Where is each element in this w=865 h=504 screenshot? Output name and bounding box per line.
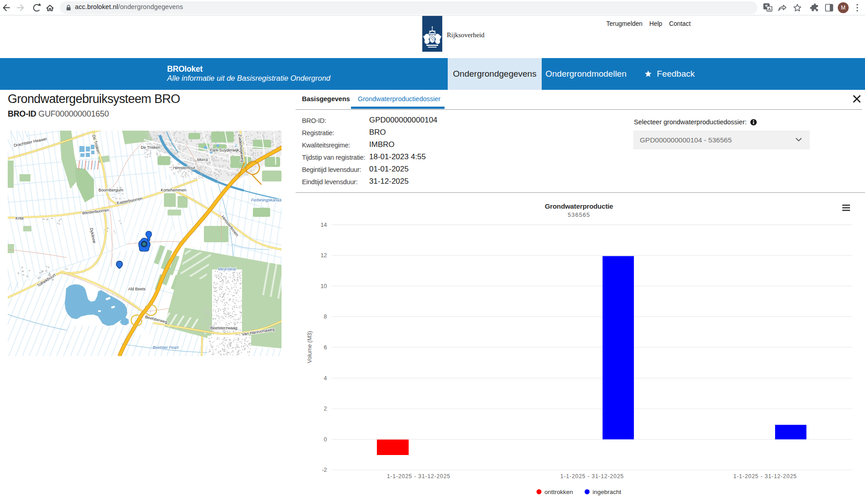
svg-text:0: 0 — [324, 436, 327, 443]
svg-text:Beetster Feart: Beetster Feart — [153, 345, 179, 350]
svg-text:Beetsterzwaag: Beetsterzwaag — [210, 326, 237, 330]
svg-text:536565: 536565 — [568, 211, 590, 218]
svg-text:14: 14 — [321, 222, 327, 228]
svg-text:onttrokken: onttrokken — [544, 489, 573, 495]
svg-text:Ald Beets: Ald Beets — [128, 287, 146, 291]
svg-text:Ferbiningskanaäl: Ferbiningskanaäl — [251, 198, 282, 202]
svg-text:Morrá: Morrá — [197, 157, 208, 162]
svg-text:10: 10 — [321, 283, 327, 289]
svg-text:Krite: Krite — [15, 216, 24, 220]
svg-text:Mearsleat: Mearsleat — [218, 267, 236, 271]
svg-text:ingebracht: ingebracht — [593, 489, 621, 495]
svg-text:8: 8 — [324, 313, 327, 320]
svg-text:6: 6 — [324, 344, 327, 351]
svg-text:Himsterhout: Himsterhout — [173, 166, 195, 170]
svg-text:Park Suyderwijk: Park Suyderwijk — [210, 148, 239, 152]
svg-text:12: 12 — [321, 252, 327, 259]
svg-text:4: 4 — [324, 375, 327, 382]
svg-text:De Trisken: De Trisken — [141, 145, 160, 150]
svg-text:Grondwaterproductie: Grondwaterproductie — [545, 202, 613, 210]
svg-text:-2: -2 — [322, 467, 327, 473]
svg-text:1-1-2025 - 31-12-2025: 1-1-2025 - 31-12-2025 — [560, 473, 624, 480]
svg-text:1-1-2025 - 31-12-2025: 1-1-2025 - 31-12-2025 — [387, 473, 450, 480]
svg-text:Boornbergum: Boornbergum — [99, 188, 124, 192]
svg-text:1-1-2025 - 31-12-2025: 1-1-2025 - 31-12-2025 — [733, 473, 797, 480]
svg-text:Kortehemmen: Kortehemmen — [161, 188, 187, 192]
svg-text:Volume (M3): Volume (M3) — [306, 331, 313, 363]
svg-text:2: 2 — [324, 406, 327, 412]
